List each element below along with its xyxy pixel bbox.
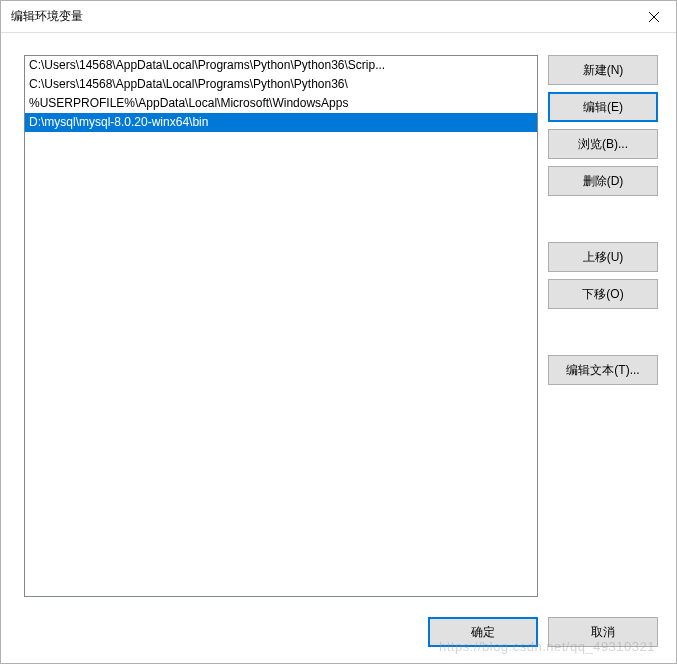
path-list[interactable]: C:\Users\14568\AppData\Local\Programs\Py… [24,55,538,597]
close-button[interactable] [631,2,676,32]
delete-button[interactable]: 删除(D) [548,166,658,196]
window-title: 编辑环境变量 [11,8,83,25]
cancel-button[interactable]: 取消 [548,617,658,647]
spacer [548,316,658,348]
browse-button[interactable]: 浏览(B)... [548,129,658,159]
list-item[interactable]: C:\Users\14568\AppData\Local\Programs\Py… [25,56,537,75]
edit-text-button[interactable]: 编辑文本(T)... [548,355,658,385]
edit-button[interactable]: 编辑(E) [548,92,658,122]
dialog-window: 编辑环境变量 C:\Users\14568\AppData\Local\Prog… [0,0,677,664]
list-item[interactable]: C:\Users\14568\AppData\Local\Programs\Py… [25,75,537,94]
list-item[interactable]: D:\mysql\mysql-8.0.20-winx64\bin [25,113,537,132]
close-icon [649,12,659,22]
move-down-button[interactable]: 下移(O) [548,279,658,309]
button-column: 新建(N) 编辑(E) 浏览(B)... 删除(D) 上移(U) 下移(O) 编… [548,55,658,597]
move-up-button[interactable]: 上移(U) [548,242,658,272]
list-item[interactable]: %USERPROFILE%\AppData\Local\Microsoft\Wi… [25,94,537,113]
titlebar: 编辑环境变量 [1,1,676,33]
spacer [548,392,658,597]
ok-button[interactable]: 确定 [428,617,538,647]
dialog-footer: 确定 取消 [1,607,676,663]
new-button[interactable]: 新建(N) [548,55,658,85]
dialog-content: C:\Users\14568\AppData\Local\Programs\Py… [1,33,676,607]
spacer [548,203,658,235]
